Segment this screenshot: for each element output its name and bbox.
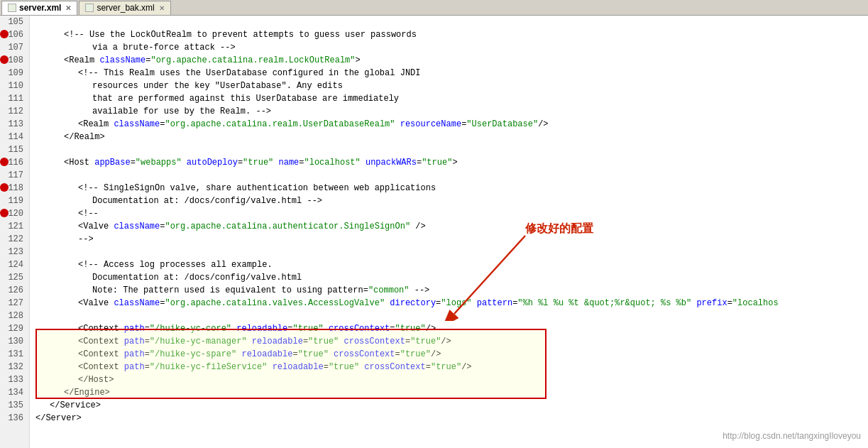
code-line: </Realm>	[35, 131, 868, 143]
code-line: via a brute-force attack -->	[35, 41, 868, 54]
code-line	[35, 169, 868, 182]
code-line: <Context path="/huike-yc-manager" reload…	[35, 335, 868, 348]
line-number: 118	[0, 182, 26, 195]
annotation-arrow	[412, 229, 568, 321]
line-number: 105	[0, 16, 26, 28]
line-number: 125	[0, 271, 26, 284]
line-number: 119	[0, 195, 26, 207]
code-line: <Context path="/huike-yc-fileService" re…	[35, 361, 868, 373]
line-number: 106	[0, 28, 26, 41]
line-number: 124	[0, 258, 26, 271]
tab-bar: server.xml ✕ server_bak.xml ✕	[0, 0, 868, 16]
code-line: <!-- SingleSignOn valve, share authentic…	[35, 182, 868, 195]
line-number: 131	[0, 348, 26, 361]
line-number: 112	[0, 105, 26, 118]
code-line: </Host>	[35, 373, 868, 386]
code-line: <!-- This Realm uses the UserDatabase co…	[35, 67, 868, 80]
code-line: resources under the key "UserDatabase". …	[35, 80, 868, 92]
line-number: 135	[0, 399, 26, 412]
annotation-text: 修改好的配置	[525, 222, 593, 236]
line-number: 110	[0, 80, 26, 92]
code-line: <Context path="/huike-yc-spare" reloadab…	[35, 348, 868, 361]
tab-close-button[interactable]: ✕	[65, 4, 71, 12]
line-number: 126	[0, 284, 26, 297]
code-line	[35, 143, 868, 156]
code-line: </Service>	[35, 399, 868, 412]
code-line: </Engine>	[35, 386, 868, 399]
code-line: <Realm className="org.apache.catalina.re…	[35, 118, 868, 131]
line-number: 133	[0, 373, 26, 386]
line-number: 108	[0, 54, 26, 67]
code-line	[35, 16, 868, 28]
code-line: <Realm className="org.apache.catalina.re…	[35, 54, 868, 67]
tab-label-2: server_bak.xml	[97, 3, 154, 13]
svg-line-1	[454, 236, 525, 314]
line-number: 109	[0, 67, 26, 80]
code-line: Documentation at: /docs/config/valve.htm…	[35, 195, 868, 207]
line-numbers-gutter: 1051061071081091101111121131141151161171…	[0, 16, 30, 448]
line-number: 130	[0, 335, 26, 348]
code-line: <!--	[35, 207, 868, 220]
line-number: 120	[0, 207, 26, 220]
code-line: <!-- Use the LockOutRealm to prevent att…	[35, 28, 868, 41]
line-number: 129	[0, 322, 26, 335]
code-line: <Host appBase="webapps" autoDeploy="true…	[35, 156, 868, 169]
line-number: 128	[0, 310, 26, 322]
line-number: 132	[0, 361, 26, 373]
line-number: 113	[0, 118, 26, 131]
line-number: 116	[0, 156, 26, 169]
tab-server-xml[interactable]: server.xml ✕	[1, 1, 77, 15]
line-number: 117	[0, 169, 26, 182]
line-number: 127	[0, 297, 26, 310]
tab-label: server.xml	[19, 3, 61, 13]
line-number: 115	[0, 143, 26, 156]
code-line: </Server>	[35, 412, 868, 425]
line-number: 107	[0, 41, 26, 54]
code-line: that are performed against this UserData…	[35, 92, 868, 105]
editor-area: 1051061071081091101111121131141151161171…	[0, 16, 868, 448]
line-number: 122	[0, 233, 26, 246]
code-line: available for use by the Realm. -->	[35, 105, 868, 118]
line-number: 123	[0, 246, 26, 258]
line-number: 111	[0, 92, 26, 105]
code-line: <Context path="/huike-yc-core" reloadabl…	[35, 322, 868, 335]
tab-close-button-2[interactable]: ✕	[159, 4, 165, 12]
file-icon-2	[85, 4, 94, 12]
line-number: 121	[0, 220, 26, 233]
line-number: 134	[0, 386, 26, 399]
line-number: 136	[0, 412, 26, 425]
watermark: http://blog.csdn.net/tangxingIloveyou	[723, 431, 861, 441]
file-icon	[8, 4, 16, 12]
line-number: 114	[0, 131, 26, 143]
tab-server-bak-xml[interactable]: server_bak.xml ✕	[79, 1, 170, 15]
